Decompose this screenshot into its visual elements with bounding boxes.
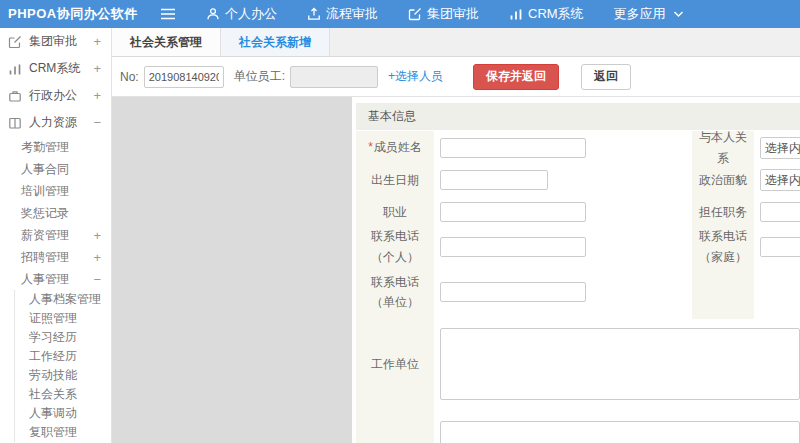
bar-chart-icon bbox=[509, 7, 523, 21]
sidebar-item-label: 人事调动 bbox=[29, 405, 77, 422]
sidebar-item-label: 考勤管理 bbox=[21, 139, 101, 156]
member-name-cell bbox=[434, 131, 586, 164]
sidebar-item-work-experience[interactable]: 工作经历 bbox=[15, 347, 111, 366]
sidebar-item-label: 薪资管理 bbox=[21, 227, 93, 244]
sidebar-item-label: CRM系统 bbox=[29, 60, 93, 77]
phone-home-input[interactable] bbox=[760, 237, 800, 257]
expand-icon[interactable]: + bbox=[93, 250, 101, 265]
occupation-cell bbox=[434, 196, 586, 228]
member-name-label: *成员姓名 bbox=[356, 131, 434, 164]
nav-crm-system[interactable]: CRM系统 bbox=[509, 5, 584, 23]
sidebar-item-reinstate-mgmt[interactable]: 复职管理 bbox=[15, 423, 111, 442]
expand-icon[interactable]: + bbox=[93, 228, 101, 243]
sidebar-item-hr-contract[interactable]: 人事合同 bbox=[0, 158, 111, 180]
relation-select[interactable]: 选择内容 bbox=[760, 137, 800, 159]
occupation-label: 职业 bbox=[356, 196, 434, 228]
sidebar-item-label: 劳动技能 bbox=[29, 367, 77, 384]
collapse-icon[interactable]: − bbox=[93, 272, 101, 287]
phone-work-cell bbox=[434, 265, 586, 319]
work-unit-textarea[interactable] bbox=[440, 328, 800, 400]
top-nav: 个人办公 流程审批 集团审批 CRM系统 更多应用 bbox=[206, 5, 683, 23]
sidebar-item-label: 复职管理 bbox=[29, 424, 77, 441]
sidebar-item-salary-mgmt[interactable]: 薪资管理+ bbox=[0, 224, 111, 246]
sidebar-item-personnel-file-mgmt[interactable]: 人事档案管理 bbox=[15, 290, 111, 309]
top-header: PHPOA协同办公软件 个人办公 流程审批 集团审批 CRM系统 更多应用 bbox=[0, 0, 800, 28]
sidebar-item-group-approval[interactable]: 集团审批 + bbox=[0, 28, 111, 55]
no-label: No: bbox=[120, 70, 139, 84]
occupation-input[interactable] bbox=[440, 202, 586, 222]
toolbar: No: 单位员工: +选择人员 保存并返回 返回 bbox=[112, 57, 800, 97]
hamburger-icon bbox=[160, 8, 176, 20]
position-input[interactable] bbox=[760, 202, 800, 222]
phone-home-cell bbox=[754, 228, 800, 265]
sidebar-item-reward-record[interactable]: 奖惩记录 bbox=[0, 202, 111, 224]
nav-label: 流程审批 bbox=[326, 5, 378, 23]
work-unit-label: 工作单位 bbox=[356, 319, 434, 409]
chevron-down-icon bbox=[674, 11, 683, 17]
sidebar-item-recruit-mgmt[interactable]: 招聘管理+ bbox=[0, 246, 111, 268]
sidebar-item-study-experience[interactable]: 学习经历 bbox=[15, 328, 111, 347]
nav-group-approval[interactable]: 集团审批 bbox=[408, 5, 479, 23]
sidebar-item-social-relation[interactable]: 社会关系 bbox=[15, 385, 111, 404]
expand-icon[interactable]: + bbox=[93, 88, 101, 103]
sidebar-item-label: 人力资源 bbox=[29, 114, 93, 131]
sidebar-item-personnel-transfer[interactable]: 人事调动 bbox=[15, 404, 111, 423]
phone-personal-input[interactable] bbox=[440, 237, 586, 257]
sidebar-item-training-mgmt[interactable]: 培训管理 bbox=[0, 180, 111, 202]
expand-icon[interactable]: + bbox=[93, 34, 101, 49]
sidebar-item-labor-skill[interactable]: 劳动技能 bbox=[15, 366, 111, 385]
main-area: 社会关系管理 社会关系新增 No: 单位员工: +选择人员 保存并返回 返回 基… bbox=[112, 28, 800, 443]
phone-personal-cell bbox=[434, 228, 586, 265]
sidebar-item-label: 工作经历 bbox=[29, 348, 77, 365]
sidebar-item-attendance-mgmt[interactable]: 考勤管理 bbox=[0, 136, 111, 158]
member-name-input[interactable] bbox=[440, 138, 586, 158]
birth-date-cell bbox=[434, 164, 586, 196]
phone-work-input[interactable] bbox=[440, 282, 586, 302]
nav-label: 集团审批 bbox=[427, 5, 479, 23]
select-person-link[interactable]: +选择人员 bbox=[388, 68, 443, 85]
book-icon bbox=[8, 116, 22, 130]
nav-more-apps[interactable]: 更多应用 bbox=[614, 5, 683, 23]
political-status-cell: 选择内容 bbox=[754, 164, 800, 196]
work-unit-cell bbox=[434, 319, 800, 409]
sidebar-item-crm-system[interactable]: CRM系统 + bbox=[0, 55, 111, 82]
edit-square-icon bbox=[408, 7, 422, 21]
tab-label: 社会关系新增 bbox=[239, 34, 311, 51]
phone-work-label: 联系电话（单位） bbox=[356, 265, 434, 319]
sidebar-item-admin-office[interactable]: 行政办公 + bbox=[0, 82, 111, 109]
nav-label: CRM系统 bbox=[528, 5, 584, 23]
collapse-icon[interactable]: − bbox=[93, 115, 101, 130]
staff-input[interactable] bbox=[290, 66, 378, 88]
sidebar-item-label: 行政办公 bbox=[29, 87, 93, 104]
upload-share-icon bbox=[307, 7, 321, 21]
content-area: 基本信息 *成员姓名 与本人关系 选择内容 出生日期 政治面貌 bbox=[112, 97, 800, 443]
sidebar-item-label: 社会关系 bbox=[29, 386, 77, 403]
sidebar-item-certificate-mgmt[interactable]: 证照管理 bbox=[15, 309, 111, 328]
sidebar-item-label: 培训管理 bbox=[21, 183, 101, 200]
sidebar-item-label: 集团审批 bbox=[29, 33, 93, 50]
political-status-select[interactable]: 选择内容 bbox=[760, 169, 800, 191]
sidebar-item-personnel-mgmt[interactable]: 人事管理− bbox=[0, 268, 111, 290]
nav-process-approval[interactable]: 流程审批 bbox=[307, 5, 378, 23]
next-field-textarea[interactable] bbox=[440, 421, 800, 443]
staff-label: 单位员工: bbox=[234, 68, 285, 85]
no-input[interactable] bbox=[144, 66, 224, 88]
expand-icon[interactable]: + bbox=[93, 61, 101, 76]
save-and-return-button[interactable]: 保存并返回 bbox=[473, 64, 559, 90]
menu-toggle-button[interactable] bbox=[148, 8, 188, 20]
tab-social-relation-mgmt[interactable]: 社会关系管理 bbox=[112, 28, 221, 56]
phone-home-label: 联系电话（家庭） bbox=[692, 228, 754, 265]
form-panel: 基本信息 *成员姓名 与本人关系 选择内容 出生日期 政治面貌 bbox=[352, 97, 800, 443]
birth-date-input[interactable] bbox=[440, 170, 548, 190]
tab-bar: 社会关系管理 社会关系新增 bbox=[112, 28, 800, 57]
app-logo: PHPOA协同办公软件 bbox=[0, 5, 148, 23]
sidebar-item-label: 学习经历 bbox=[29, 329, 77, 346]
basic-info-form: *成员姓名 与本人关系 选择内容 出生日期 政治面貌 选择内容 bbox=[356, 131, 800, 443]
back-button[interactable]: 返回 bbox=[581, 64, 631, 90]
sidebar-item-label: 人事管理 bbox=[21, 271, 93, 288]
sidebar-item-human-resources[interactable]: 人力资源 − bbox=[0, 109, 111, 136]
tab-social-relation-new[interactable]: 社会关系新增 bbox=[221, 28, 330, 56]
section-title: 基本信息 bbox=[356, 103, 800, 130]
relation-cell: 选择内容 bbox=[754, 131, 800, 164]
nav-personal-office[interactable]: 个人办公 bbox=[206, 5, 277, 23]
